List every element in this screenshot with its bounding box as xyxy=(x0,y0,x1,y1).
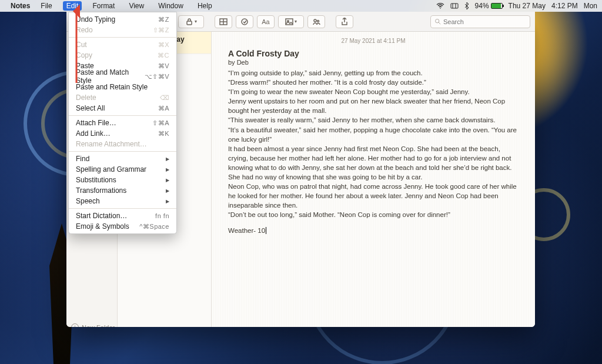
menu-file[interactable]: File xyxy=(37,1,55,11)
svg-point-19 xyxy=(317,20,319,22)
app-name[interactable]: Notes xyxy=(11,2,30,10)
media-button[interactable]: ▾ xyxy=(278,15,304,28)
bluetooth-icon[interactable] xyxy=(464,2,469,9)
collaborate-button[interactable] xyxy=(307,15,325,28)
share-button[interactable] xyxy=(336,15,353,28)
note-paragraph: It had been almost a year since Jenny ha… xyxy=(228,144,519,182)
note-paragraph: “Don’t be out too long,” said Mother. “N… xyxy=(228,210,519,219)
new-folder-button[interactable]: + New Folder xyxy=(71,323,115,327)
search-field[interactable] xyxy=(430,15,530,28)
menu-item-emoji-symbols[interactable]: Emoji & Symbols^⌘Space xyxy=(69,221,176,232)
menu-item-paste-and-retain-style[interactable]: Paste and Retain Style xyxy=(69,82,176,92)
svg-point-18 xyxy=(314,19,316,22)
menu-item-rename-attachment: Rename Attachment… xyxy=(69,139,176,149)
menu-item-speech[interactable]: Speech xyxy=(69,196,176,206)
menubar-user[interactable]: Mon xyxy=(584,2,597,10)
menu-item-spelling-and-grammar[interactable]: Spelling and Grammar xyxy=(69,164,176,175)
battery-status[interactable]: 94% xyxy=(475,2,503,10)
menu-item-redo: Redo⇧⌘Z xyxy=(69,25,176,35)
note-paragraph: “I’m going to wear the new sweater Neon … xyxy=(228,87,519,96)
lock-button[interactable]: ▾ xyxy=(178,15,204,28)
menubar-time[interactable]: 4:12 PM xyxy=(551,2,578,10)
menu-help[interactable]: Help xyxy=(194,1,216,11)
menu-item-substitutions[interactable]: Substitutions xyxy=(69,175,176,185)
menubar-date[interactable]: Thu 27 May xyxy=(509,2,546,10)
note-paragraph: “I’m going outside to play,” said Jenny,… xyxy=(228,68,519,78)
search-input[interactable] xyxy=(443,18,526,25)
note-last-line: Weather- 10 xyxy=(228,226,519,235)
menu-window[interactable]: Window xyxy=(155,1,187,11)
edit-menu-dropdown: Undo Typing⌘ZRedo⇧⌘ZCut⌘XCopy⌘CPaste⌘VPa… xyxy=(68,12,177,234)
table-button[interactable] xyxy=(215,15,232,28)
note-paragraph: “This sweater is really warm,” said Jenn… xyxy=(228,115,519,125)
note-paragraph: “It’s a beautiful sweater,” said her mot… xyxy=(228,125,519,144)
note-editor[interactable]: 27 May 2021 at 4:11 PM A Cold Frosty Day… xyxy=(212,32,535,327)
menu-item-paste-and-match-style[interactable]: Paste and Match Style⌥⇧⌘V xyxy=(69,71,176,82)
svg-rect-1 xyxy=(451,4,458,8)
note-date: 27 May 2021 at 4:11 PM xyxy=(228,38,519,44)
svg-point-20 xyxy=(436,19,439,23)
menu-item-copy: Copy⌘C xyxy=(69,50,176,61)
note-title: A Cold Frosty Day xyxy=(228,49,519,58)
svg-point-0 xyxy=(440,8,441,9)
menu-item-transformations[interactable]: Transformations xyxy=(69,185,176,196)
menu-item-attach-file[interactable]: Attach File…⇧⌘A xyxy=(69,118,176,128)
menu-bar: Notes FileEditFormatViewWindowHelp 94% T… xyxy=(0,0,602,12)
svg-point-15 xyxy=(242,19,248,25)
annotation-arrow xyxy=(73,8,80,86)
note-paragraph: Jenny went upstairs to her room and put … xyxy=(228,96,519,115)
note-paragraph: “Dress warm!” shouted her mother. “It is… xyxy=(228,78,519,87)
text-cursor xyxy=(266,227,266,234)
wifi-icon[interactable] xyxy=(436,3,444,9)
menu-item-find[interactable]: Find xyxy=(69,153,176,164)
menu-item-start-dictation[interactable]: Start Dictation…fn fn xyxy=(69,211,176,221)
menu-item-select-all[interactable]: Select All⌘A xyxy=(69,103,176,113)
new-folder-label: New Folder xyxy=(82,324,115,328)
format-button[interactable]: Aa xyxy=(257,15,275,28)
menu-format[interactable]: Format xyxy=(89,1,118,11)
control-center-icon[interactable] xyxy=(450,3,459,9)
note-byline: by Deb xyxy=(228,59,519,66)
plus-icon: + xyxy=(71,323,79,327)
menu-item-cut: Cut⌘X xyxy=(69,39,176,50)
svg-rect-16 xyxy=(286,19,293,25)
svg-rect-11 xyxy=(187,21,192,25)
svg-line-21 xyxy=(439,22,440,24)
menu-view[interactable]: View xyxy=(125,1,148,11)
menu-item-undo-typing[interactable]: Undo Typing⌘Z xyxy=(69,14,176,25)
checklist-button[interactable] xyxy=(236,15,253,28)
battery-percent: 94% xyxy=(475,2,489,10)
menu-item-delete: Delete⌫ xyxy=(69,92,176,103)
note-paragraph: Neon Cop, who was on patrol that night, … xyxy=(228,182,519,210)
menu-item-add-link[interactable]: Add Link…⌘K xyxy=(69,128,176,139)
